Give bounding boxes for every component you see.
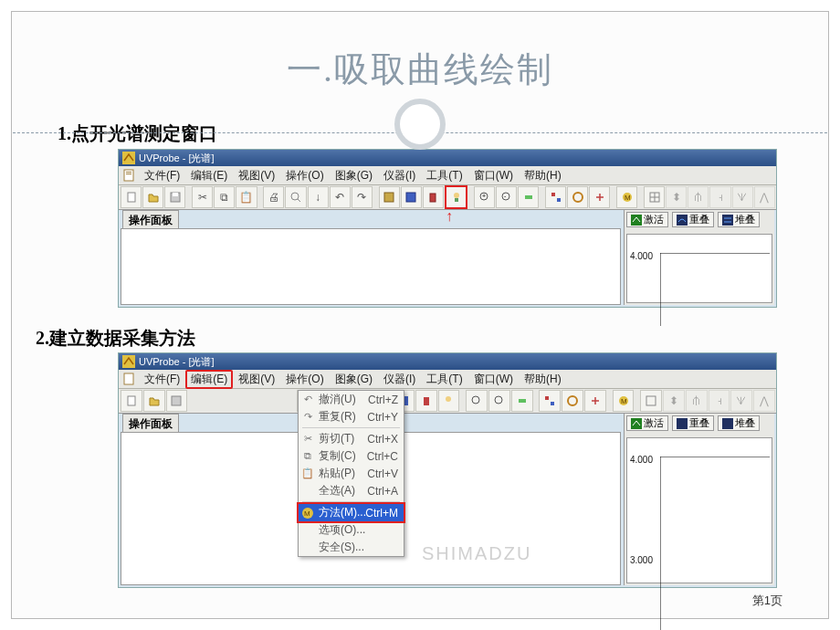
- paste-icon[interactable]: 📋: [236, 186, 257, 208]
- menu-instrument-2[interactable]: 仪器(I): [378, 371, 421, 388]
- svg-rect-18: [525, 195, 532, 199]
- svg-rect-50: [646, 396, 656, 405]
- peak4-icon[interactable]: ⩛: [732, 186, 753, 208]
- zoom-in-icon[interactable]: +: [474, 186, 495, 208]
- zoom-out-2-icon[interactable]: [488, 390, 510, 412]
- method-m-icon[interactable]: M: [616, 186, 637, 208]
- svg-rect-19: [551, 193, 555, 196]
- tool-c-icon[interactable]: [589, 186, 610, 208]
- print-icon[interactable]: 🖨: [263, 186, 284, 208]
- menu-instrument[interactable]: 仪器(I): [378, 167, 421, 184]
- undo-icon: ↶: [301, 394, 314, 406]
- copy-icon[interactable]: ⧉: [214, 186, 235, 208]
- pk1-icon[interactable]: ⬍: [663, 390, 685, 412]
- dd-cut[interactable]: ✂剪切(T)Ctrl+X: [299, 430, 404, 447]
- activate-button[interactable]: 激活: [626, 212, 668, 227]
- activate-button-2[interactable]: 激活: [626, 415, 668, 431]
- save-icon[interactable]: [164, 186, 185, 208]
- svg-rect-37: [172, 396, 181, 405]
- menu-view-2[interactable]: 视图(V): [233, 371, 280, 388]
- menu-help-2[interactable]: 帮助(H): [519, 371, 567, 388]
- menu-operate[interactable]: 操作(O): [280, 167, 329, 184]
- spectrum-mode-icon[interactable]: [445, 185, 467, 209]
- zoom-fit-icon[interactable]: [518, 186, 539, 208]
- pk3-icon[interactable]: ⫞: [709, 390, 730, 412]
- y-tick-4: 4.000: [630, 251, 653, 261]
- menu-image-2[interactable]: 图象(G): [330, 371, 378, 388]
- dd-select-all[interactable]: 全选(A)Ctrl+A: [299, 482, 404, 499]
- menu-edit-highlighted[interactable]: 编辑(E): [185, 370, 233, 389]
- menu-file-2[interactable]: 文件(F): [139, 371, 185, 388]
- cut-icon[interactable]: ✂: [192, 186, 213, 208]
- dd-redo[interactable]: ↷重复(R)Ctrl+Y: [299, 408, 404, 425]
- peak3-icon[interactable]: ⫞: [709, 186, 730, 208]
- menu-window-2[interactable]: 窗口(W): [468, 371, 519, 388]
- dd-copy[interactable]: ⧉复制(C)Ctrl+C: [299, 447, 404, 465]
- dd-paste[interactable]: 📋粘贴(P)Ctrl+V: [299, 465, 404, 482]
- dd-method[interactable]: M方法(M)...Ctrl+M: [299, 504, 404, 521]
- zoom-out-icon[interactable]: -: [496, 186, 517, 208]
- mode2-icon[interactable]: [401, 186, 422, 208]
- tool-b2-icon[interactable]: [562, 390, 583, 412]
- window-title: UVProbe - [光谱]: [139, 152, 215, 165]
- svg-rect-51: [631, 418, 642, 429]
- svg-point-47: [568, 396, 577, 405]
- menu-help[interactable]: 帮助(H): [519, 167, 567, 184]
- pk4-icon[interactable]: ⩛: [730, 390, 752, 412]
- toolbar-2: ↓ ↶ ↷ M ⬍ ⫛ ⫞ ⩛ ⋀: [119, 389, 776, 414]
- new-icon-2[interactable]: [121, 390, 142, 412]
- stack-button[interactable]: 堆叠: [718, 212, 760, 227]
- dd-undo[interactable]: ↶撤消(U)Ctrl+Z: [299, 391, 404, 408]
- method-m2-icon[interactable]: M: [613, 390, 635, 412]
- save-icon-2[interactable]: [166, 390, 188, 412]
- svg-rect-45: [545, 396, 549, 400]
- svg-rect-1: [124, 170, 133, 181]
- tool-c2-icon[interactable]: [584, 390, 606, 412]
- overlay-button-2[interactable]: 重叠: [672, 415, 714, 431]
- toolbar: ✂ ⧉ 📋 🖨 ↓ ↶ ↷ + - M ⬍: [119, 185, 776, 210]
- preview-icon[interactable]: [285, 186, 306, 208]
- open-icon-2[interactable]: [143, 390, 165, 412]
- menu-tools[interactable]: 工具(T): [421, 167, 467, 184]
- zoom-in-2-icon[interactable]: [466, 390, 488, 412]
- menu-tools-2[interactable]: 工具(T): [421, 371, 467, 388]
- mode4b-icon[interactable]: [438, 390, 460, 412]
- grid-icon[interactable]: [644, 186, 665, 208]
- tool-b-icon[interactable]: [567, 186, 588, 208]
- svg-point-42: [472, 396, 479, 404]
- peak2-icon[interactable]: ⫛: [688, 186, 709, 208]
- open-icon[interactable]: [142, 186, 163, 208]
- mode3b-icon[interactable]: [415, 390, 437, 412]
- pk5-icon[interactable]: ⋀: [753, 390, 775, 412]
- right-toolbar-2: 激活 重叠 堆叠: [625, 414, 774, 433]
- zoom-fit-2-icon[interactable]: [511, 390, 533, 412]
- new-icon[interactable]: [121, 186, 142, 208]
- redo-icon[interactable]: ↷: [352, 186, 373, 208]
- svg-text:M: M: [304, 509, 310, 518]
- mode3-icon[interactable]: [423, 186, 444, 208]
- svg-rect-52: [677, 418, 688, 429]
- stack-button-2[interactable]: 堆叠: [718, 415, 760, 431]
- overlay-button[interactable]: 重叠: [672, 212, 714, 227]
- svg-rect-35: [124, 373, 133, 384]
- tool-a-icon[interactable]: [545, 186, 566, 208]
- menu-view[interactable]: 视图(V): [233, 167, 280, 184]
- tool-a2-icon[interactable]: [539, 390, 561, 412]
- pk2-icon[interactable]: ⫛: [686, 390, 708, 412]
- menu-file[interactable]: 文件(F): [139, 167, 185, 184]
- menu-edit[interactable]: 编辑(E): [185, 167, 233, 184]
- svg-text:+: +: [482, 193, 486, 199]
- peak5-icon[interactable]: ⋀: [754, 186, 775, 208]
- dd-options[interactable]: 选项(O)...: [299, 521, 404, 539]
- down-icon[interactable]: ↓: [308, 186, 329, 208]
- grid2-icon[interactable]: [640, 390, 662, 412]
- right-toolbar: 激活 重叠 堆叠: [625, 210, 774, 229]
- menu-operate-2[interactable]: 操作(O): [280, 371, 329, 388]
- dd-security[interactable]: 安全(S)...: [299, 539, 404, 556]
- svg-rect-13: [455, 198, 458, 202]
- menu-window[interactable]: 窗口(W): [468, 167, 519, 184]
- peak1-icon[interactable]: ⬍: [666, 186, 687, 208]
- undo-icon[interactable]: ↶: [330, 186, 351, 208]
- menu-image[interactable]: 图象(G): [330, 167, 378, 184]
- mode1-icon[interactable]: [379, 186, 400, 208]
